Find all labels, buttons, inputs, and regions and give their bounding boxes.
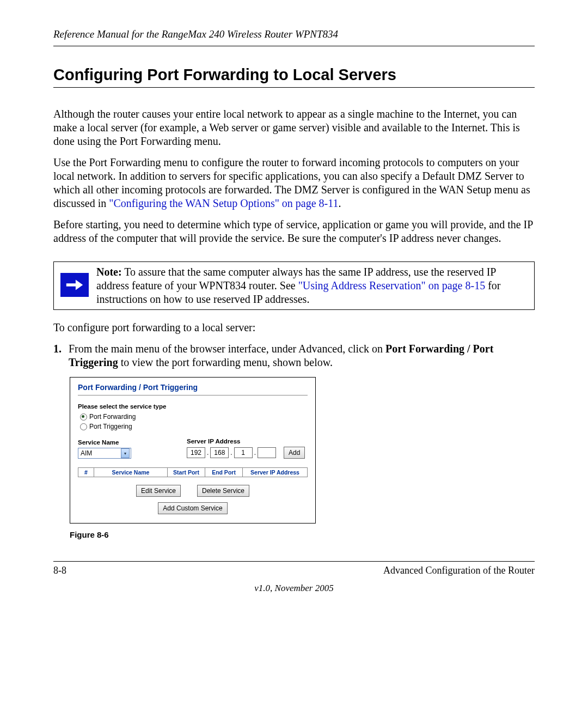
service-name-label: Service Name (78, 439, 187, 446)
step-1-body: From the main menu of the browser interf… (69, 342, 535, 369)
running-header: Reference Manual for the RangeMax 240 Wi… (53, 28, 535, 46)
footer-chapter: Advanced Configuration of the Router (383, 565, 535, 576)
ip-dot: . (254, 449, 256, 457)
button-row-2: Add Custom Service (78, 502, 308, 514)
paragraph-2-text-b: . (339, 197, 341, 209)
server-ip-inputs: 192 . 168 . 1 . Add (187, 447, 305, 459)
radio-port-forwarding[interactable]: Port Forwarding (78, 413, 308, 421)
port-forwarding-panel: Port Forwarding / Port Triggering Please… (70, 377, 316, 524)
note-box: Note: To assure that the same computer a… (53, 261, 535, 310)
step-list: 1. From the main menu of the browser int… (53, 342, 535, 369)
paragraph-2: Use the Port Forwarding menu to configur… (53, 156, 535, 210)
radio-port-triggering-label: Port Triggering (89, 423, 132, 430)
th-index: # (78, 468, 94, 477)
add-button[interactable]: Add (284, 447, 305, 459)
address-reservation-link[interactable]: "Using Address Reservation" on page 8-15 (298, 279, 486, 291)
radio-icon (80, 423, 87, 430)
th-service-name: Service Name (94, 468, 168, 477)
add-custom-service-button[interactable]: Add Custom Service (158, 502, 227, 514)
note-arrow-icon (60, 273, 89, 297)
radio-icon (80, 413, 87, 421)
chevron-down-icon: ▾ (121, 448, 130, 458)
lead-in-text: To configure port forwarding to a local … (53, 321, 535, 334)
service-name-select[interactable]: AIM ▾ (78, 448, 131, 459)
ip-dot: . (230, 449, 232, 457)
wan-setup-link[interactable]: "Configuring the WAN Setup Options" on p… (109, 197, 338, 209)
service-name-value: AIM (81, 449, 92, 457)
radio-port-forwarding-label: Port Forwarding (89, 413, 136, 421)
service-row: Service Name AIM ▾ Server IP Address 192… (78, 438, 308, 459)
ip-octet-1[interactable]: 192 (187, 447, 205, 458)
th-server-ip: Server IP Address (243, 468, 308, 477)
th-end-port: End Port (205, 468, 243, 477)
figure-caption: Figure 8-6 (70, 530, 535, 539)
paragraph-3: Before starting, you need to determine w… (53, 218, 535, 245)
step-1-text-a: From the main menu of the browser interf… (69, 343, 385, 355)
page-footer: 8-8 Advanced Configuration of the Router (53, 561, 535, 576)
section-heading: Configuring Port Forwarding to Local Ser… (53, 66, 535, 88)
edit-service-button[interactable]: Edit Service (136, 485, 181, 497)
ip-octet-2[interactable]: 168 (210, 447, 229, 458)
step-1: 1. From the main menu of the browser int… (53, 342, 535, 369)
page-container: Reference Manual for the RangeMax 240 Wi… (0, 0, 588, 616)
step-1-text-b: to view the port forwarding menu, shown … (118, 356, 333, 368)
note-text: Note: To assure that the same computer a… (94, 265, 530, 306)
footer-version: v1.0, November 2005 (53, 583, 535, 594)
server-ip-label: Server IP Address (187, 438, 305, 445)
panel-title: Port Forwarding / Port Triggering (78, 383, 308, 392)
ip-octet-3[interactable]: 1 (234, 447, 253, 458)
footer-page-number: 8-8 (53, 565, 66, 576)
radio-port-triggering[interactable]: Port Triggering (78, 423, 308, 430)
services-table: # Service Name Start Port End Port Serve… (78, 467, 308, 477)
ip-dot: . (206, 449, 209, 457)
paragraph-1: Although the router causes your entire l… (53, 107, 535, 148)
note-label: Note: (96, 266, 122, 278)
panel-hr-1 (78, 395, 308, 395)
button-row-1: Edit Service Delete Service (78, 485, 308, 497)
ip-octet-4[interactable] (258, 447, 276, 458)
step-1-number: 1. (53, 342, 69, 369)
service-type-label: Please select the service type (78, 403, 308, 410)
delete-service-button[interactable]: Delete Service (197, 485, 249, 497)
th-start-port: Start Port (168, 468, 205, 477)
